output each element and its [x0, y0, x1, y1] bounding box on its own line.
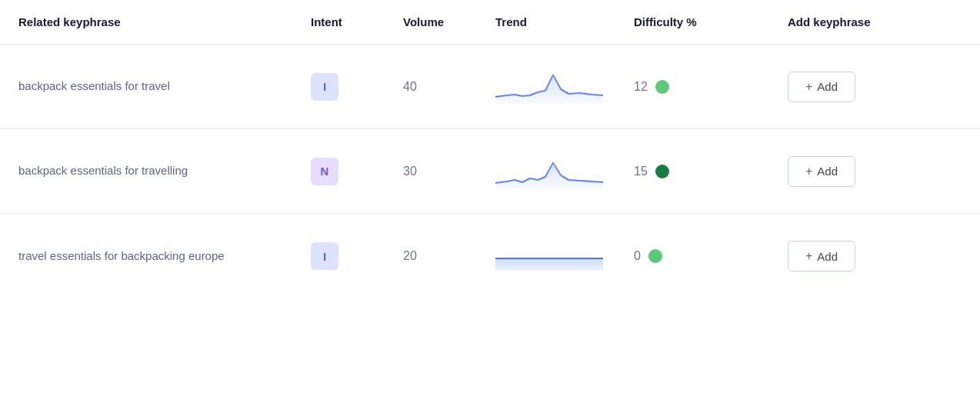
- svg-rect-0: [495, 258, 603, 271]
- keyphrase-text: backpack essentials for travelling: [18, 147, 311, 195]
- difficulty-dot: [655, 165, 669, 178]
- table-row: travel essentials for backpacking europe…: [0, 214, 980, 298]
- add-label: Add: [817, 80, 838, 93]
- add-cell: + Add: [788, 156, 911, 187]
- trend-chart: [495, 152, 634, 191]
- volume-value: 30: [403, 165, 495, 178]
- plus-icon: +: [805, 249, 812, 263]
- volume-value: 20: [403, 249, 495, 263]
- intent-badge: I: [311, 73, 338, 101]
- add-button[interactable]: + Add: [788, 241, 855, 271]
- header-add: Add keyphrase: [788, 9, 911, 35]
- add-label: Add: [817, 165, 838, 178]
- trend-svg: [495, 68, 603, 106]
- volume-value: 40: [403, 80, 495, 94]
- header-volume: Volume: [403, 9, 495, 35]
- add-cell: + Add: [788, 72, 911, 102]
- plus-icon: +: [805, 80, 812, 94]
- header-trend: Trend: [495, 9, 634, 35]
- add-cell: + Add: [788, 241, 911, 271]
- difficulty-value: 0: [634, 249, 641, 263]
- difficulty-value: 15: [634, 165, 648, 178]
- trend-svg: [495, 152, 603, 191]
- header-keyphrase: Related keyphrase: [18, 9, 311, 35]
- difficulty-dot: [655, 80, 669, 94]
- trend-chart: [495, 68, 634, 106]
- trend-svg: [495, 237, 603, 275]
- difficulty-cell: 0: [634, 249, 788, 263]
- header-difficulty: Difficulty %: [634, 9, 788, 35]
- keyphrase-text: travel essentials for backpacking europe: [18, 232, 311, 281]
- table-row: backpack essentials for travelling N 30 …: [0, 129, 980, 214]
- intent-badge: I: [311, 242, 338, 270]
- table-header: Related keyphrase Intent Volume Trend Di…: [0, 0, 980, 45]
- difficulty-cell: 15: [634, 165, 788, 178]
- difficulty-cell: 12: [634, 80, 788, 94]
- table-row: backpack essentials for travel I 40 12: [0, 45, 980, 129]
- difficulty-value: 12: [634, 80, 648, 94]
- keyphrase-text: backpack essentials for travel: [18, 62, 311, 111]
- header-intent: Intent: [311, 9, 403, 35]
- difficulty-dot: [648, 249, 662, 263]
- intent-cell: N: [311, 158, 403, 185]
- plus-icon: +: [805, 165, 812, 178]
- intent-cell: I: [311, 242, 403, 270]
- trend-chart: [495, 237, 634, 275]
- intent-badge: N: [311, 158, 338, 185]
- keyword-table: Related keyphrase Intent Volume Trend Di…: [0, 0, 980, 403]
- add-button[interactable]: + Add: [788, 156, 855, 187]
- intent-cell: I: [311, 73, 403, 101]
- add-button[interactable]: + Add: [788, 72, 855, 102]
- add-label: Add: [817, 250, 838, 263]
